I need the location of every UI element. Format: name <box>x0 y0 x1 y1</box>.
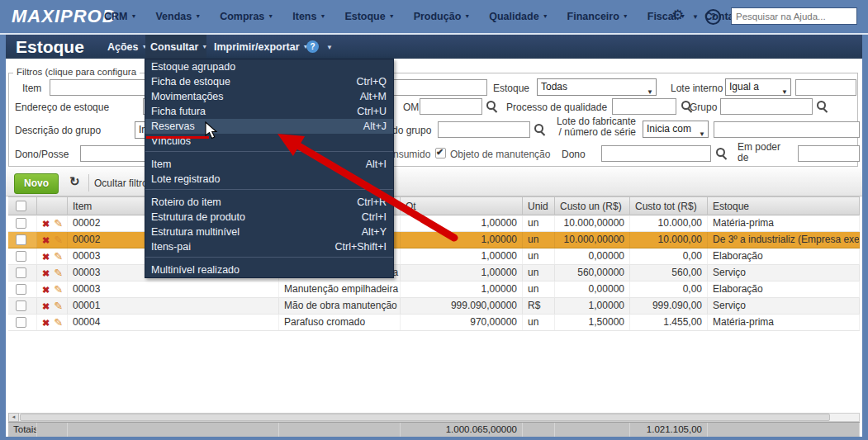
delete-icon[interactable]: ✖ <box>42 301 50 311</box>
header-col-unid[interactable]: Unid <box>523 197 555 215</box>
header-col-qt[interactable]: Qt <box>401 197 523 215</box>
lote-interno-op-select[interactable]: Igual a▼ <box>725 78 791 96</box>
chevron-down-icon: ▼ <box>195 13 201 19</box>
header-col-actions[interactable] <box>37 197 68 215</box>
row-checkbox[interactable] <box>16 251 26 262</box>
table-row[interactable]: ✖✎00003Manutenção empilhadeira1,00000un0… <box>8 282 860 298</box>
filters-legend[interactable]: Filtros (clique para configura <box>13 67 140 77</box>
delete-icon[interactable]: ✖ <box>42 318 50 328</box>
select-all-checkbox[interactable] <box>16 201 26 211</box>
delete-icon[interactable]: ✖ <box>42 268 50 278</box>
menu-item-reservas[interactable]: ReservasAlt+J <box>145 119 393 134</box>
header-col-custo-tot[interactable]: Custo tot (R$) <box>630 197 708 215</box>
search-icon[interactable] <box>715 147 727 158</box>
menu-item-ficha-de-estoque[interactable]: Ficha de estoqueCtrl+Q <box>145 74 393 89</box>
menu-acoes-label: Ações <box>107 41 139 53</box>
scrollbar-thumb[interactable] <box>20 414 830 421</box>
menu-item-ficha-futura[interactable]: Ficha futuraCtrl+U <box>145 104 393 119</box>
header-col-select[interactable] <box>8 197 37 215</box>
edit-pencil-icon[interactable]: ✎ <box>54 267 63 279</box>
menu-item-lote-registrado[interactable]: Lote registrado <box>145 172 393 187</box>
row-checkbox[interactable] <box>16 317 26 328</box>
nav-item-compras[interactable]: Compras▼ <box>220 11 273 22</box>
chevron-down-icon[interactable]: ▼ <box>692 13 699 21</box>
nav-item-financeiro[interactable]: Financeiro▼ <box>567 11 628 22</box>
nav-item-estoque[interactable]: Estoque▼ <box>344 11 394 22</box>
delete-icon[interactable]: ✖ <box>42 219 50 229</box>
refresh-icon[interactable]: ↻ <box>69 174 80 189</box>
help-icon[interactable]: ? <box>306 40 319 53</box>
lote-fabricante-input[interactable] <box>714 121 860 138</box>
cell-col-estoque: Matéria-prima <box>708 315 860 330</box>
processo-qualidade-input[interactable] <box>612 98 676 115</box>
chevron-down-icon: ▼ <box>543 13 548 19</box>
cell-col-estoque: Elaboração <box>708 282 860 297</box>
dono-posse-label: Dono/Posse <box>15 149 69 160</box>
em-poder-input[interactable] <box>798 145 860 162</box>
menu-imprimir-exportar[interactable]: Imprimir/exportar▼ <box>209 35 313 59</box>
menu-item-itens-pai[interactable]: Itens-paiCtrl+Shift+I <box>145 239 393 254</box>
nav-item-vendas[interactable]: Vendas▼ <box>155 11 201 22</box>
nav-item-itens[interactable]: Itens▼ <box>292 11 325 22</box>
dono-input[interactable] <box>601 145 711 162</box>
novo-button[interactable]: Novo <box>14 173 59 194</box>
header-col-estoque[interactable]: Estoque <box>708 197 860 215</box>
menu-item-movimentacoes[interactable]: MovimentaçõesAlt+M <box>145 89 393 104</box>
menu-item-estrutura-de-produto[interactable]: Estrutura de produtoCtrl+I <box>145 210 393 225</box>
edit-pencil-icon[interactable]: ✎ <box>54 250 63 263</box>
table-row[interactable]: ✖✎00001Mão de obra manutenção999.090,000… <box>8 298 860 315</box>
delete-icon[interactable]: ✖ <box>42 285 50 295</box>
menu-item-estrutura-multinivel[interactable]: Estrutura multinívelAlt+Y <box>145 225 393 239</box>
search-icon[interactable] <box>486 100 497 111</box>
delete-icon[interactable]: ✖ <box>42 235 50 245</box>
scroll-left-arrow-icon[interactable]: ◄ <box>8 413 19 422</box>
row-checkbox[interactable] <box>16 300 26 311</box>
lote-interno-input[interactable] <box>795 79 856 96</box>
menu-item-roteiro-do-item[interactable]: Roteiro do itemCtrl+R <box>145 195 393 210</box>
em-poder-line2: de <box>738 152 748 163</box>
table-row[interactable]: ✖✎00003Manutenção empilhadeira1,00000un5… <box>8 265 860 282</box>
edit-pencil-icon[interactable]: ✎ <box>54 316 63 329</box>
menu-consultar[interactable]: Consultar▼ <box>145 35 206 59</box>
totals-col-item <box>68 423 279 437</box>
delete-icon[interactable]: ✖ <box>42 252 50 262</box>
nav-item-crm[interactable]: CRM▼ <box>104 11 136 22</box>
objeto-manutencao-checkbox[interactable] <box>435 148 446 158</box>
search-icon[interactable] <box>816 100 828 111</box>
dono-label: Dono <box>562 149 586 160</box>
estoque-select[interactable]: Todas▼ <box>537 78 657 96</box>
table-row[interactable]: ✖✎00004Parafuso cromado970,00000un1,5000… <box>8 315 860 331</box>
gear-icon[interactable]: ⚙ <box>671 8 684 22</box>
nav-item-producao[interactable]: Produção▼ <box>414 11 471 22</box>
lote-fabricante-op-select[interactable]: Inicia com▼ <box>643 121 709 138</box>
chevron-down-icon[interactable]: ▼ <box>326 44 333 51</box>
table-row[interactable]: ✖✎000021,00000un10.000,0000010.000,00Mat… <box>8 215 860 232</box>
menu-item-estoque-agrupado[interactable]: Estoque agrupado <box>145 59 393 74</box>
help-search-input[interactable] <box>731 7 857 25</box>
edit-pencil-icon[interactable]: ✎ <box>54 234 63 246</box>
help-icon[interactable]: ? <box>705 9 721 25</box>
table-row[interactable]: ✖✎000031,00000un0,000000,00Elaboração <box>8 248 860 265</box>
cell-col-descricao: Mão de obra manutenção <box>279 298 401 314</box>
row-checkbox[interactable] <box>16 218 26 229</box>
chevron-down-icon: ▼ <box>647 84 653 96</box>
edit-pencil-icon[interactable]: ✎ <box>54 217 63 229</box>
header-col-custo-un[interactable]: Custo un (R$) <box>555 197 630 215</box>
om-input[interactable] <box>420 98 482 115</box>
row-checkbox[interactable] <box>16 284 26 295</box>
cell-col-descricao: Manutenção empilhadeira <box>279 282 401 297</box>
processo-qualidade-label: Processo de qualidade <box>506 102 607 113</box>
row-checkbox[interactable] <box>16 267 26 278</box>
nav-item-qualidade[interactable]: Qualidade▼ <box>489 11 548 22</box>
table-row[interactable]: ✖✎000021,00000un10.000,0000010.000,00De … <box>8 232 860 248</box>
edit-pencil-icon[interactable]: ✎ <box>54 283 63 296</box>
edit-pencil-icon[interactable]: ✎ <box>54 300 63 312</box>
menu-separator <box>145 257 393 263</box>
estoque-select-value: Todas <box>541 81 567 92</box>
row-checkbox[interactable] <box>16 234 26 245</box>
grupo-input[interactable] <box>720 98 813 115</box>
cell-col-select <box>8 298 37 314</box>
menu-item-multinivel-realizado[interactable]: Multinível realizado <box>145 263 393 277</box>
cell-col-qt: 1,00000 <box>401 265 523 281</box>
menu-item-item[interactable]: ItemAlt+I <box>145 157 393 172</box>
